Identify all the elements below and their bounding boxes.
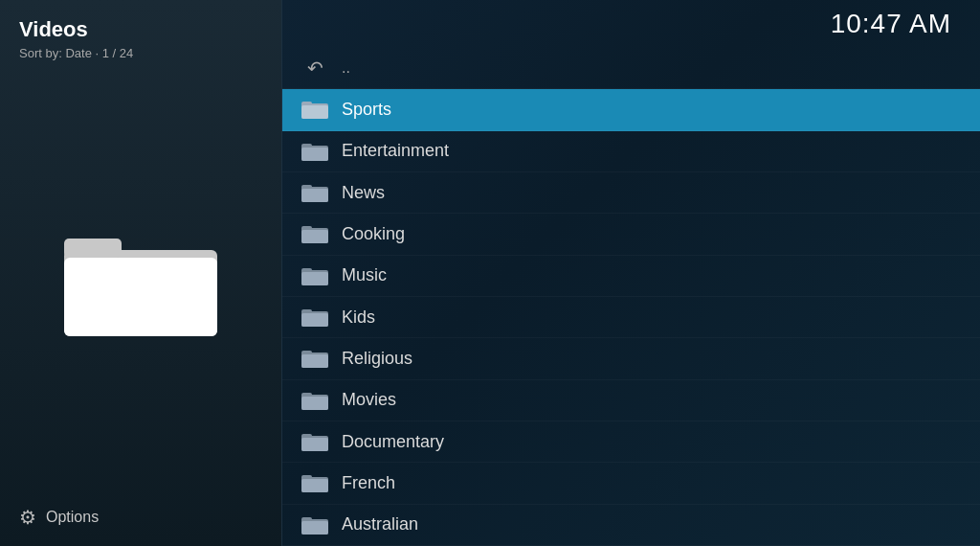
sidebar-header: Videos Sort by: Date · 1 / 24 [0,17,281,60]
folder-icon [301,141,328,162]
list-item-cooking[interactable]: Cooking [282,214,980,255]
list-item-music[interactable]: Music [282,256,980,297]
svg-rect-26 [301,397,328,410]
item-label-news: News [342,183,385,203]
svg-rect-8 [301,148,328,161]
folder-preview [59,60,222,506]
item-label-french: French [342,473,395,493]
back-item[interactable]: ↶ .. [282,48,980,89]
folder-icon [301,307,328,328]
page-title: Videos [19,17,262,42]
clock: 10:47 AM [831,9,951,39]
svg-rect-32 [301,479,328,492]
gear-icon: ⚙ [19,506,36,529]
svg-rect-29 [301,438,328,451]
item-label-movies: Movies [342,390,396,410]
sort-info: Sort by: Date · 1 / 24 [19,46,262,60]
list-item-french[interactable]: French [282,463,980,504]
folder-list: ↶ .. Sports Entertainment [282,48,980,546]
options-label: Options [46,509,99,526]
list-item-sports[interactable]: Sports [282,89,980,130]
sidebar-footer[interactable]: ⚙ Options [0,506,281,529]
item-label-cooking: Cooking [342,224,405,244]
item-label-religious: Religious [342,349,412,369]
list-item-religious[interactable]: Religious [282,338,980,379]
list-item-documentary[interactable]: Documentary [282,421,980,463]
item-label-music: Music [342,265,387,285]
folder-icon [301,431,328,452]
back-arrow-icon: ↶ [301,57,328,80]
folder-icon [301,514,328,535]
list-item-kids[interactable]: Kids [282,297,980,338]
list-item-news[interactable]: News [282,172,980,214]
clock-bar: 10:47 AM [282,0,980,48]
svg-rect-23 [301,354,328,368]
folder-icon [301,348,328,369]
svg-rect-2 [64,258,217,336]
sidebar: Videos Sort by: Date · 1 / 24 ⚙ Options [0,0,282,546]
svg-rect-17 [301,272,328,285]
large-folder-icon [59,216,222,351]
content-area: 10:47 AM ↶ .. Sports Entertainment [282,0,980,546]
item-label-documentary: Documentary [342,432,444,452]
list-item-australian[interactable]: Australian [282,505,980,546]
svg-rect-1 [64,239,122,258]
list-item-entertainment[interactable]: Entertainment [282,131,980,172]
item-label-entertainment: Entertainment [342,141,449,161]
item-label-kids: Kids [342,307,375,328]
list-item-movies[interactable]: Movies [282,380,980,421]
svg-rect-20 [301,313,328,327]
svg-rect-5 [301,105,328,119]
folder-icon [301,472,328,493]
folder-icon [301,99,328,120]
folder-icon [301,182,328,203]
item-label-australian: Australian [342,514,418,535]
back-label: .. [342,59,350,77]
folder-icon [301,390,328,411]
svg-rect-14 [301,230,328,243]
folder-icon [301,265,328,286]
folder-icon [301,223,328,244]
item-label-sports: Sports [342,100,391,120]
svg-rect-35 [301,521,328,535]
svg-rect-11 [301,189,328,202]
